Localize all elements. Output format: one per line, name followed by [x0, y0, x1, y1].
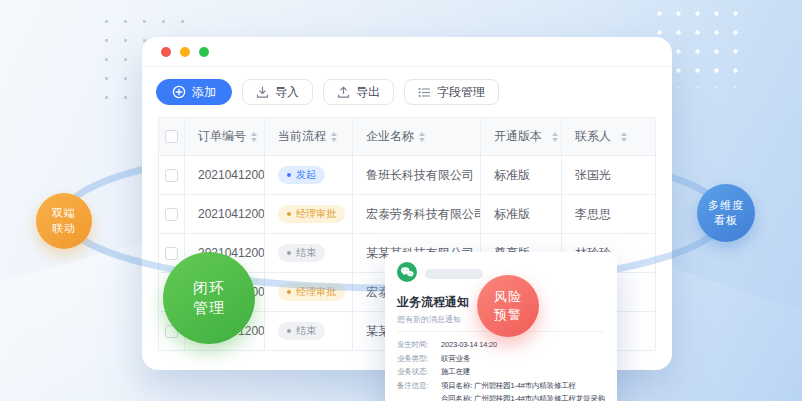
list-settings-icon: [418, 86, 431, 99]
maximize-window-button[interactable]: [199, 47, 209, 57]
add-button-label: 添加: [192, 84, 216, 101]
toolbar: 添加 导入 导出 字段管理: [142, 67, 672, 117]
sender-placeholder: [425, 269, 483, 279]
add-button[interactable]: 添加: [156, 79, 232, 105]
export-button-label: 导出: [356, 84, 380, 101]
row-checkbox[interactable]: [165, 208, 178, 221]
status-badge: 发起: [278, 166, 325, 184]
field-management-button[interactable]: 字段管理: [404, 79, 499, 105]
column-header-company[interactable]: 企业名称: [353, 118, 481, 155]
sort-icon: [552, 132, 558, 142]
status-badge: 经理审批: [278, 283, 345, 301]
cell-company-name: 鲁班长科技有限公司: [353, 156, 481, 194]
minimize-window-button[interactable]: [180, 47, 190, 57]
table-row: 20210412001 发起 鲁班长科技有限公司 标准版 张国光: [159, 156, 655, 195]
wechat-icon: [397, 262, 417, 286]
cell-contact: 李思思: [562, 195, 656, 233]
cell-process-status: 经理审批: [265, 273, 353, 311]
detail-row-biz-type: 业务类型: 联营业务: [397, 352, 605, 366]
import-button[interactable]: 导入: [242, 79, 313, 105]
cell-order-number: 20210412001: [185, 156, 265, 194]
cell-order-number: 20210412002: [185, 195, 265, 233]
field-management-button-label: 字段管理: [437, 84, 485, 101]
column-header-process[interactable]: 当前流程: [265, 118, 353, 155]
status-badge: 经理审批: [278, 205, 345, 223]
detail-row-remark: 备注信息: 项目名称: 广州碧桂园1-4#市内精装修工程: [397, 379, 605, 393]
select-all-checkbox[interactable]: [165, 130, 178, 143]
cell-company-name: 宏泰劳务科技有限公司: [353, 195, 481, 233]
column-header-contact[interactable]: 联系人: [562, 118, 656, 155]
column-header-order[interactable]: 订单编号: [185, 118, 265, 155]
feature-badge-closed-loop: 闭环 管理: [163, 252, 255, 344]
export-button[interactable]: 导出: [323, 79, 394, 105]
sort-icon: [331, 132, 337, 142]
status-badge: 结束: [278, 244, 325, 262]
import-button-label: 导入: [275, 84, 299, 101]
notification-details: 发生时间: 2023-03-14 14:20 业务类型: 联营业务 业务状态: …: [397, 338, 605, 401]
column-header-version[interactable]: 开通版本: [481, 118, 562, 155]
export-upload-icon: [337, 86, 350, 99]
row-checkbox[interactable]: [165, 247, 178, 260]
table-header: 订单编号 当前流程 企业名称 开通版本 联系人: [159, 118, 655, 156]
detail-row-biz-status: 业务状态: 施工在建: [397, 365, 605, 379]
sort-icon: [621, 132, 627, 142]
window-titlebar: [142, 37, 672, 67]
cell-process-status: 结束: [265, 312, 353, 350]
status-badge: 结束: [278, 322, 325, 340]
feature-badge-multi-dashboard: 多维度 看板: [697, 184, 755, 242]
row-checkbox[interactable]: [165, 169, 178, 182]
close-window-button[interactable]: [161, 47, 171, 57]
cell-contact: 张国光: [562, 156, 656, 194]
plus-circle-icon: [172, 85, 186, 99]
feature-badge-dual-link: 双端 联动: [36, 193, 92, 249]
cell-process-status: 经理审批: [265, 195, 353, 233]
feature-badge-risk-warning: 风险 预警: [477, 275, 539, 337]
import-download-icon: [256, 86, 269, 99]
table-row: 20210412002 经理审批 宏泰劳务科技有限公司 标准版 李思思: [159, 195, 655, 234]
sort-icon: [251, 132, 257, 142]
sort-icon: [419, 132, 425, 142]
detail-row-time: 发生时间: 2023-03-14 14:20: [397, 338, 605, 352]
remark-contract-line: 合同名称: 广州碧桂园1-4#市内精装修工程龙骨采购合同: [397, 392, 605, 401]
cell-version: 标准版: [481, 156, 562, 194]
cell-version: 标准版: [481, 195, 562, 233]
cell-process-status: 结束: [265, 234, 353, 272]
cell-process-status: 发起: [265, 156, 353, 194]
